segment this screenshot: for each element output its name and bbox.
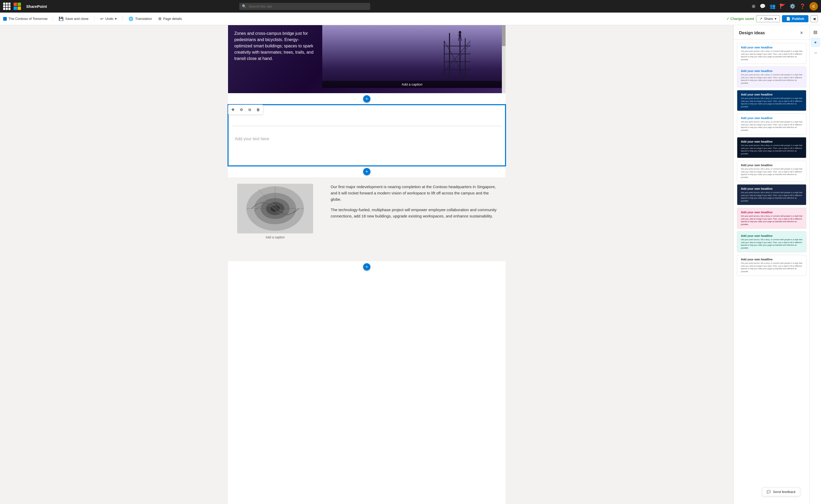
avatar[interactable]: C <box>809 2 818 10</box>
idea-headline-9: Add your own headline <box>741 234 802 237</box>
settings-icon[interactable]: ⚙️ <box>790 3 795 9</box>
idea-body-2: Get your point across, tell a story, or … <box>741 74 802 85</box>
check-icon: ✓ <box>727 17 729 21</box>
page-indicator: The Contoso of Tomorrow <box>3 17 47 21</box>
publish-label: Publish <box>792 17 804 21</box>
delete-block-button[interactable]: 🗑 <box>254 106 262 113</box>
design-idea-card-4[interactable]: Add your own headline Get your point acr… <box>737 114 806 135</box>
save-close-button[interactable]: 💾 Save and close <box>56 15 91 23</box>
content-area[interactable]: Zones and cross-campus bridge just for p… <box>0 25 734 504</box>
hero-text: Zones and cross-campus bridge just for p… <box>234 30 316 62</box>
hero-left-text-panel: Zones and cross-campus bridge just for p… <box>228 25 322 93</box>
two-col-left: Add a caption <box>228 177 322 261</box>
sidebar-layout-icon[interactable]: ▤ <box>811 27 820 37</box>
idea-body-6: Get your point across, tell a story, or … <box>741 168 802 179</box>
design-idea-card-3[interactable]: Add your own headline Get your point acr… <box>737 90 806 111</box>
publish-icon: 📄 <box>786 17 790 21</box>
design-idea-card-2[interactable]: Add your own headline Get your point acr… <box>737 66 806 87</box>
changes-saved-status: ✓ Changes saved <box>727 17 754 21</box>
idea-headline-2: Add your own headline <box>741 69 802 72</box>
add-section-above-text: + <box>228 93 506 105</box>
page-details-icon: ⚙ <box>158 16 161 21</box>
body-paragraph-1: Our first major redevelopment is nearing… <box>331 184 497 203</box>
spiral-image[interactable] <box>237 184 313 233</box>
idea-body-4: Get your point across, tell a story, or … <box>741 121 802 132</box>
flag-icon[interactable]: 🚩 <box>780 3 785 9</box>
design-ideas-panel: Design ideas ✕ Add your own headline Get… <box>734 25 809 504</box>
idea-headline-4: Add your own headline <box>741 116 802 120</box>
copilot-icon[interactable]: ⊕ <box>752 3 756 9</box>
hero-scrollbar[interactable] <box>502 25 506 93</box>
duplicate-block-button[interactable]: ⧉ <box>246 106 253 113</box>
editor-toolbar: The Contoso of Tomorrow 💾 Save and close… <box>0 13 821 25</box>
text-block-placeholder[interactable]: Add your text here. <box>228 126 505 165</box>
save-close-label: Save and close <box>65 17 88 21</box>
idea-body-3: Get your point across, tell a story, or … <box>741 97 802 108</box>
idea-body-8: Get your point across, tell a story, or … <box>741 215 802 226</box>
save-icon: 💾 <box>59 16 64 21</box>
add-section-bottom: + <box>228 261 506 273</box>
design-idea-card-5[interactable]: Add your own headline Get your point acr… <box>737 137 806 158</box>
add-section-button-1[interactable]: + <box>363 95 370 103</box>
help-icon[interactable]: ❓ <box>800 3 805 9</box>
feedback-label: Send feedback <box>773 490 796 494</box>
people-icon[interactable]: 👥 <box>770 3 775 9</box>
page-details-button[interactable]: ⚙ Page details <box>155 15 184 23</box>
share-button[interactable]: ↗ Share ▾ <box>756 15 780 22</box>
idea-body-10: Get your point across, tell a story, or … <box>741 262 802 273</box>
undo-button[interactable]: ↩ Undo ▾ <box>98 15 119 23</box>
add-section-button-3[interactable]: + <box>363 263 370 271</box>
publish-button[interactable]: 📄 Publish <box>782 15 808 22</box>
right-sidebar: ▤ ✦ → <box>809 25 821 504</box>
idea-headline-7: Add your own headline <box>741 187 802 190</box>
search-input[interactable] <box>239 3 370 10</box>
design-idea-card-1[interactable]: Add your own headline Get your point acr… <box>737 43 806 64</box>
scrollbar-thumb <box>502 25 506 46</box>
page-name: The Contoso of Tomorrow <box>8 17 47 21</box>
idea-headline-5: Add your own headline <box>741 140 802 143</box>
waffle-menu[interactable] <box>3 3 10 10</box>
two-col-right: Our first major redevelopment is nearing… <box>322 177 506 261</box>
idea-headline-10: Add your own headline <box>741 258 802 261</box>
edit-block-button[interactable]: ⚙ <box>238 106 245 113</box>
share-icon: ↗ <box>760 17 762 21</box>
sidebar-arrow-icon[interactable]: → <box>811 48 820 58</box>
hero-image[interactable]: Add a caption <box>322 25 502 88</box>
page-content: Zones and cross-campus bridge just for p… <box>228 25 506 504</box>
design-idea-card-6[interactable]: Add your own headline Get your point acr… <box>737 161 806 182</box>
design-idea-card-9[interactable]: Add your own headline Get your point acr… <box>737 231 806 252</box>
idea-headline-8: Add your own headline <box>741 211 802 214</box>
undo-label: Undo <box>105 17 113 21</box>
text-block-section[interactable]: ✥ ⚙ ⧉ 🗑 Add your text here. <box>228 105 506 166</box>
svg-line-11 <box>461 38 462 41</box>
collapse-button[interactable]: ◀ <box>811 15 818 22</box>
hero-section: Zones and cross-campus bridge just for p… <box>228 25 506 93</box>
undo-chevron: ▾ <box>115 17 117 21</box>
app-brand: SharePoint <box>26 4 47 9</box>
move-block-button[interactable]: ✥ <box>229 106 237 113</box>
hero-caption[interactable]: Add a caption <box>322 81 502 88</box>
design-idea-card-10[interactable]: Add your own headline Get your point acr… <box>737 255 806 276</box>
design-panel-close-button[interactable]: ✕ <box>799 29 804 36</box>
design-idea-card-7[interactable]: Add your own headline Get your point acr… <box>737 184 806 205</box>
svg-line-6 <box>444 43 471 77</box>
add-section-button-2[interactable]: + <box>363 168 370 175</box>
staircase-svg <box>237 184 313 233</box>
design-idea-card-8[interactable]: Add your own headline Get your point acr… <box>737 208 806 229</box>
separator-1 <box>53 16 53 21</box>
send-feedback-button[interactable]: 💬 Send feedback <box>762 488 800 496</box>
design-panel-body[interactable]: Add your own headline Get your point acr… <box>734 40 809 504</box>
body-paragraph-2: The technology-fueled, multiphase projec… <box>331 207 497 219</box>
sidebar-design-icon[interactable]: ✦ <box>811 38 820 47</box>
spiral-image-caption[interactable]: Add a caption <box>265 236 284 239</box>
svg-point-7 <box>459 31 461 34</box>
share-chevron: ▾ <box>775 17 777 21</box>
search-bar[interactable]: 🔍 <box>239 3 370 10</box>
microsoft-logo <box>14 3 21 10</box>
chat-icon[interactable]: 💬 <box>760 3 766 9</box>
idea-body-5: Get your point across, tell a story, or … <box>741 144 802 155</box>
page-details-label: Page details <box>163 17 182 21</box>
scaffold-image <box>429 30 481 77</box>
translation-button[interactable]: 🌐 Translation <box>126 15 154 23</box>
separator-3 <box>122 16 123 21</box>
